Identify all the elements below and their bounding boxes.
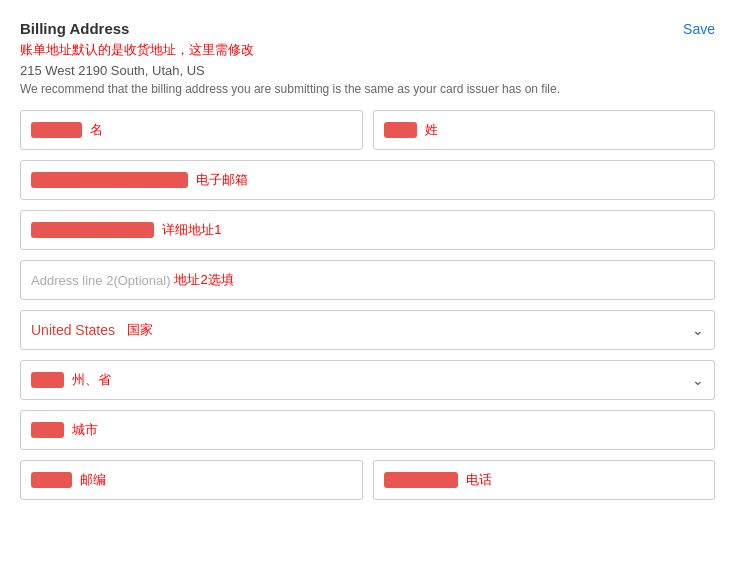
- last-name-input-wrapper: ███ 姓: [373, 110, 716, 150]
- address1-input-wrapper: 215 West 2190 South 详细地址1: [20, 210, 715, 250]
- zip-label: 邮编: [80, 471, 106, 489]
- address1-group: 215 West 2190 South 详细地址1: [20, 210, 715, 250]
- country-row: United States 国家 ⌄: [20, 310, 715, 350]
- address2-label: 地址2选填: [174, 271, 233, 289]
- state-redacted: Utah: [31, 372, 64, 388]
- zip-input-wrapper: 84606 邮编: [20, 460, 363, 500]
- phone-label: 电话: [466, 471, 492, 489]
- address1-row: 215 West 2190 South 详细地址1: [20, 210, 715, 250]
- state-group: Utah 州、省 ⌄: [20, 360, 715, 400]
- chevron-down-icon-state: ⌄: [692, 372, 704, 388]
- city-input-wrapper: Utah 城市: [20, 410, 715, 450]
- address2-input-wrapper: Address line 2(Optional) 地址2选填: [20, 260, 715, 300]
- phone-redacted: 8162403193: [384, 472, 459, 488]
- address2-placeholder: Address line 2(Optional): [31, 273, 170, 288]
- save-link[interactable]: Save: [683, 21, 715, 37]
- first-name-redacted: █████: [31, 122, 82, 138]
- first-name-label: 名: [90, 121, 103, 139]
- address2-row: Address line 2(Optional) 地址2选填: [20, 260, 715, 300]
- email-redacted: ██████████@███.com: [31, 172, 188, 188]
- zip-group: 84606 邮编: [20, 460, 363, 500]
- state-select-wrapper[interactable]: Utah 州、省 ⌄: [20, 360, 715, 400]
- email-row: ██████████@███.com 电子邮箱: [20, 160, 715, 200]
- address1-redacted: 215 West 2190 South: [31, 222, 154, 238]
- country-value: United States: [31, 322, 115, 338]
- first-name-input-wrapper: █████ 名: [20, 110, 363, 150]
- state-row: Utah 州、省 ⌄: [20, 360, 715, 400]
- city-redacted: Utah: [31, 422, 64, 438]
- last-name-group: ███ 姓: [373, 110, 716, 150]
- city-row: Utah 城市: [20, 410, 715, 450]
- phone-group: 8162403193 电话: [373, 460, 716, 500]
- phone-input-wrapper: 8162403193 电话: [373, 460, 716, 500]
- city-label: 城市: [72, 421, 98, 439]
- annotation-text: 账单地址默认的是收货地址，这里需修改: [20, 41, 715, 59]
- address1-label: 详细地址1: [162, 221, 221, 239]
- address2-group: Address line 2(Optional) 地址2选填: [20, 260, 715, 300]
- email-input-wrapper: ██████████@███.com 电子邮箱: [20, 160, 715, 200]
- name-row: █████ 名 ███ 姓: [20, 110, 715, 150]
- chevron-down-icon: ⌄: [692, 322, 704, 338]
- warning-text: We recommend that the billing address yo…: [20, 82, 715, 96]
- country-group: United States 国家 ⌄: [20, 310, 715, 350]
- zip-redacted: 84606: [31, 472, 72, 488]
- state-label: 州、省: [72, 371, 111, 389]
- billing-address-title: Billing Address: [20, 20, 129, 37]
- city-group: Utah 城市: [20, 410, 715, 450]
- country-select-wrapper[interactable]: United States 国家 ⌄: [20, 310, 715, 350]
- existing-address: 215 West 2190 South, Utah, US: [20, 63, 715, 78]
- last-name-label: 姓: [425, 121, 438, 139]
- email-label: 电子邮箱: [196, 171, 248, 189]
- country-label: 国家: [127, 321, 153, 339]
- zip-phone-row: 84606 邮编 8162403193 电话: [20, 460, 715, 500]
- first-name-group: █████ 名: [20, 110, 363, 150]
- last-name-redacted: ███: [384, 122, 418, 138]
- email-group: ██████████@███.com 电子邮箱: [20, 160, 715, 200]
